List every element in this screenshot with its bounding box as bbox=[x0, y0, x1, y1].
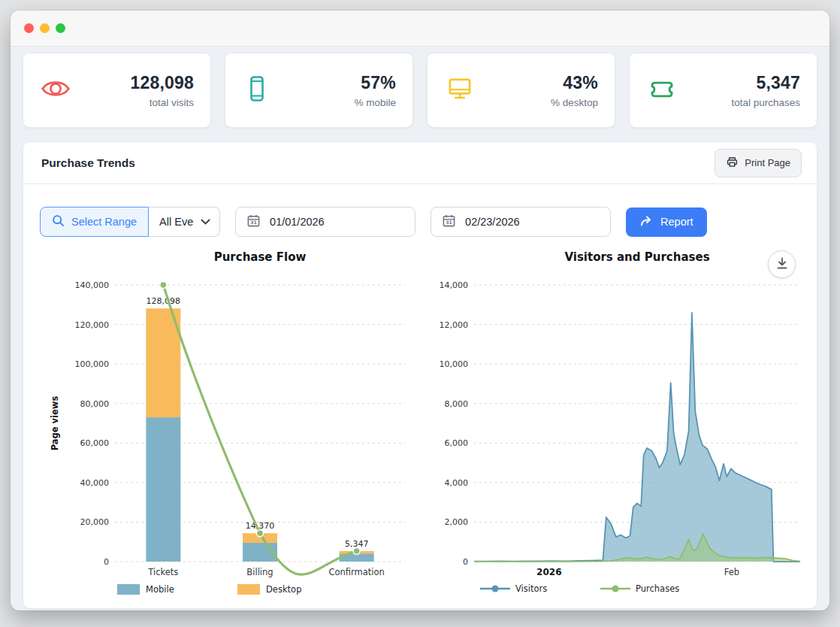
svg-text:Tickets: Tickets bbox=[147, 567, 178, 577]
arrow-curve-icon bbox=[639, 215, 653, 229]
svg-text:128,098: 128,098 bbox=[147, 296, 181, 306]
printer-icon bbox=[726, 156, 739, 171]
eye-icon bbox=[40, 73, 71, 108]
svg-text:80,000: 80,000 bbox=[80, 399, 110, 409]
svg-text:31: 31 bbox=[250, 220, 257, 225]
stat-label: total purchases bbox=[731, 97, 800, 108]
stat-label: % desktop bbox=[551, 97, 598, 108]
svg-text:100,000: 100,000 bbox=[75, 359, 110, 369]
stat-value: 57% bbox=[354, 73, 396, 93]
svg-text:2026: 2026 bbox=[536, 567, 561, 577]
start-date-value: 01/01/2026 bbox=[270, 216, 325, 228]
filter-row: Select Range All Events bbox=[40, 207, 817, 237]
svg-text:Feb: Feb bbox=[724, 567, 739, 577]
charts-row: Purchase Flow020,00040,00060,00080,00010… bbox=[23, 249, 817, 602]
end-date-value: 02/23/2026 bbox=[465, 216, 520, 228]
svg-text:4,000: 4,000 bbox=[444, 478, 468, 488]
svg-text:Desktop: Desktop bbox=[266, 584, 301, 595]
svg-text:60,000: 60,000 bbox=[80, 438, 110, 448]
stat-label: % mobile bbox=[354, 97, 396, 108]
stat-card-percent-desktop: 43% % desktop bbox=[427, 53, 615, 128]
range-group: Select Range All Events bbox=[40, 207, 220, 237]
stat-value: 5,347 bbox=[731, 73, 800, 93]
svg-text:31: 31 bbox=[446, 220, 452, 225]
svg-text:6,000: 6,000 bbox=[444, 438, 468, 448]
svg-text:Confirmation: Confirmation bbox=[328, 567, 384, 577]
mobile-icon bbox=[242, 73, 272, 108]
svg-text:Visitors and Purchases: Visitors and Purchases bbox=[564, 250, 709, 264]
svg-text:0: 0 bbox=[104, 557, 109, 567]
desktop-icon bbox=[444, 73, 476, 108]
svg-text:Visitors: Visitors bbox=[515, 583, 547, 594]
print-page-label: Print Page bbox=[745, 157, 790, 168]
window-titlebar bbox=[11, 11, 829, 47]
start-date-input[interactable]: 31 01/01/2026 bbox=[235, 207, 415, 237]
report-label: Report bbox=[660, 216, 693, 228]
panel-header: Purchase Trends Print Page bbox=[23, 142, 817, 184]
purchase-trends-panel: Purchase Trends Print Page bbox=[23, 141, 817, 609]
svg-text:Purchases: Purchases bbox=[636, 583, 679, 594]
svg-text:2,000: 2,000 bbox=[444, 517, 468, 527]
stat-value: 128,098 bbox=[130, 73, 194, 93]
visitors-purchases-chart: Visitors and Purchases02,0004,0006,0008,… bbox=[435, 249, 817, 602]
svg-text:8,000: 8,000 bbox=[444, 399, 468, 409]
stat-cards-row: 128,098 total visits 57% % mobile bbox=[23, 53, 817, 128]
svg-text:0: 0 bbox=[463, 557, 468, 567]
calendar-icon: 31 bbox=[246, 214, 261, 230]
purchase-flow-chart: Purchase Flow020,00040,00060,00080,00010… bbox=[46, 249, 435, 602]
dashboard-content: 128,098 total visits 57% % mobile bbox=[11, 47, 829, 609]
download-icon bbox=[776, 257, 788, 272]
end-date-input[interactable]: 31 02/23/2026 bbox=[431, 207, 611, 237]
stat-card-total-purchases: 5,347 total purchases bbox=[629, 53, 817, 128]
search-icon bbox=[52, 214, 65, 229]
chevron-down-icon bbox=[201, 216, 210, 228]
svg-text:10,000: 10,000 bbox=[439, 359, 468, 369]
svg-text:12,000: 12,000 bbox=[439, 320, 468, 330]
svg-text:Page views: Page views bbox=[50, 396, 60, 451]
svg-text:40,000: 40,000 bbox=[80, 478, 110, 488]
app-window: 128,098 total visits 57% % mobile bbox=[11, 11, 829, 610]
svg-text:20,000: 20,000 bbox=[80, 517, 110, 527]
svg-text:120,000: 120,000 bbox=[75, 320, 110, 330]
ticket-icon bbox=[646, 73, 678, 108]
stat-label: total visits bbox=[130, 97, 194, 108]
minimize-window-button[interactable] bbox=[40, 23, 50, 33]
svg-text:140,000: 140,000 bbox=[75, 280, 110, 290]
select-range-label: Select Range bbox=[71, 216, 137, 228]
event-type-dropdown[interactable]: All Events bbox=[149, 207, 220, 237]
report-button[interactable]: Report bbox=[626, 207, 707, 237]
stat-card-percent-mobile: 57% % mobile bbox=[225, 53, 413, 128]
print-page-button[interactable]: Print Page bbox=[715, 149, 802, 177]
panel-title: Purchase Trends bbox=[41, 156, 135, 170]
svg-text:14,000: 14,000 bbox=[439, 280, 468, 290]
select-range-button[interactable]: Select Range bbox=[40, 207, 149, 237]
close-window-button[interactable] bbox=[24, 23, 34, 33]
svg-text:Mobile: Mobile bbox=[146, 584, 174, 595]
zoom-window-button[interactable] bbox=[56, 23, 65, 33]
svg-text:Billing: Billing bbox=[246, 567, 273, 577]
download-chart-button[interactable] bbox=[768, 250, 796, 278]
stat-value: 43% bbox=[551, 73, 598, 93]
svg-text:Purchase Flow: Purchase Flow bbox=[214, 250, 307, 264]
calendar-icon: 31 bbox=[442, 214, 456, 230]
event-dropdown-value: All Events bbox=[159, 216, 194, 228]
stat-card-total-visits: 128,098 total visits bbox=[23, 53, 211, 128]
